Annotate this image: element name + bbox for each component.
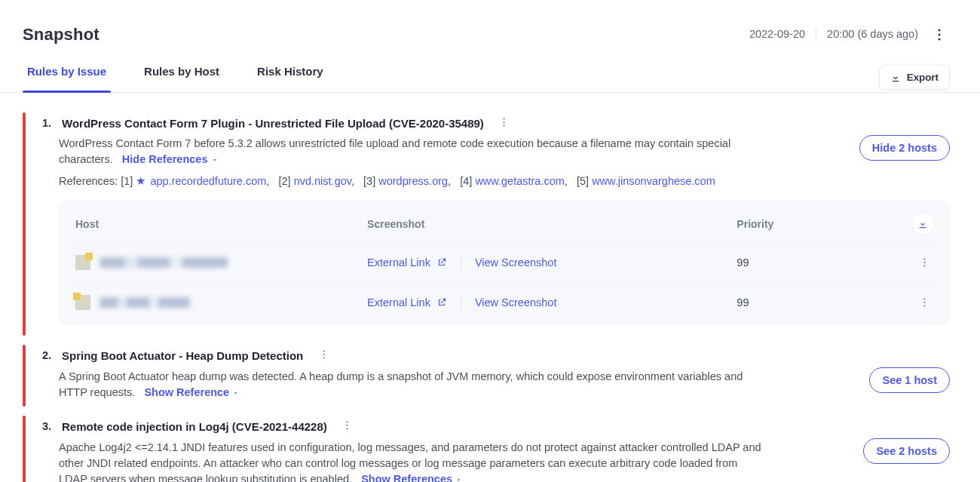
download-hosts-button[interactable] (912, 213, 933, 235)
svg-point-10 (923, 302, 925, 303)
issue-menu-button[interactable] (317, 348, 330, 361)
priority-value: 99 (737, 255, 873, 271)
star-icon: ★ (136, 175, 145, 187)
kebab-icon (503, 118, 505, 127)
issue-title: Remote code injection in Log4j (CVE-2021… (62, 419, 327, 435)
references-label: References: (59, 175, 118, 187)
host-favicon (75, 255, 90, 270)
ref-index: [2] (278, 175, 290, 187)
meta-divider (816, 28, 816, 41)
export-label: Export (907, 72, 939, 83)
tab-rules-by-host[interactable]: Rules by Host (139, 63, 224, 92)
external-link-icon (436, 297, 447, 308)
reference-link[interactable]: www.getastra.com (475, 175, 564, 187)
host-row: External Link View Screenshot 99 (69, 282, 939, 322)
chevron-down-icon (211, 152, 219, 168)
chevron-right-icon (455, 472, 463, 482)
toggle-hosts-button[interactable]: See 1 host (869, 367, 950, 393)
toggle-references[interactable]: Show Reference (144, 386, 240, 398)
ref-index: [3] (363, 175, 375, 187)
snapshot-time: 20:00 (827, 28, 854, 40)
download-icon (890, 72, 901, 83)
issue-number: 1. (42, 115, 56, 131)
ref-index: [5] (577, 175, 589, 187)
col-priority: Priority (737, 216, 873, 232)
issue-menu-button[interactable] (498, 115, 511, 129)
svg-point-15 (347, 422, 348, 423)
reference-link[interactable]: wordpress.org (378, 175, 448, 187)
svg-point-7 (923, 262, 925, 263)
svg-point-0 (938, 29, 940, 31)
ref-index: [4] (460, 175, 472, 187)
svg-point-2 (938, 38, 940, 40)
svg-point-12 (323, 351, 324, 352)
toggle-hosts-button[interactable]: See 2 hosts (863, 438, 950, 464)
kebab-icon (938, 29, 941, 41)
kebab-icon (346, 421, 348, 430)
external-link[interactable]: External Link (367, 295, 447, 311)
issue-item: 3. Remote code injection in Log4j (CVE-2… (23, 411, 950, 482)
cell-divider (461, 256, 461, 269)
snapshot-meta: 2022-09-20 20:00 (6 days ago) (749, 24, 950, 45)
kebab-icon (923, 258, 926, 267)
download-icon (917, 219, 928, 229)
snapshot-relative: (6 days ago) (857, 28, 918, 40)
issue-title: Spring Boot Actuator - Heap Dump Detecti… (62, 348, 303, 364)
tab-rules-by-issue[interactable]: Rules by Issue (23, 63, 111, 92)
references: References: [1] ★ app.recordedfuture.com… (42, 173, 846, 189)
issue-item: 1. WordPress Contact Form 7 Plugin - Unr… (23, 108, 950, 341)
external-link[interactable]: External Link (367, 255, 447, 271)
risk-indicator (23, 112, 26, 336)
issues-list: 1. WordPress Contact Form 7 Plugin - Unr… (0, 93, 980, 482)
host-row: External Link View Screenshot 99 (69, 242, 939, 282)
svg-point-13 (323, 354, 324, 355)
snapshot-date: 2022-09-20 (749, 26, 805, 42)
risk-indicator (23, 416, 26, 482)
row-menu-button[interactable] (915, 253, 933, 272)
issue-title: WordPress Contact Form 7 Plugin - Unrest… (62, 115, 484, 132)
chevron-right-icon (232, 385, 240, 401)
external-link-icon (436, 257, 447, 268)
svg-point-14 (323, 358, 324, 359)
header-menu-button[interactable] (929, 24, 950, 45)
issue-number: 2. (42, 348, 56, 364)
svg-point-3 (504, 118, 505, 119)
reference-link[interactable]: app.recordedfuture.com (150, 175, 266, 187)
ref-index: [1] (121, 175, 133, 187)
view-screenshot[interactable]: View Screenshot (475, 295, 557, 311)
toggle-hosts-button[interactable]: Hide 2 hosts (859, 135, 950, 161)
svg-point-4 (504, 121, 505, 123)
svg-point-11 (923, 305, 925, 307)
svg-point-5 (504, 124, 505, 126)
reference-link[interactable]: www.jinsonvarghese.com (592, 175, 715, 187)
tab-risk-history[interactable]: Risk History (253, 63, 328, 92)
host-favicon (75, 295, 90, 310)
host-name-redacted (100, 257, 228, 268)
reference-link[interactable]: nvd.nist.gov (294, 175, 351, 187)
kebab-icon (923, 298, 926, 307)
row-menu-button[interactable] (915, 293, 933, 312)
svg-point-8 (923, 266, 925, 267)
svg-point-9 (923, 299, 925, 300)
svg-point-6 (923, 259, 925, 260)
risk-indicator (23, 345, 26, 407)
priority-value: 99 (737, 295, 873, 311)
svg-point-17 (347, 428, 348, 430)
svg-point-16 (347, 425, 348, 426)
kebab-icon (323, 350, 325, 359)
hosts-card: Host Screenshot Priority External Link (59, 200, 950, 325)
svg-point-1 (938, 33, 940, 35)
view-screenshot[interactable]: View Screenshot (475, 255, 557, 271)
col-screenshot: Screenshot (367, 216, 737, 232)
toggle-references[interactable]: Show References (361, 473, 463, 482)
cell-divider (461, 296, 461, 309)
host-name-redacted (100, 297, 190, 308)
issue-item: 2. Spring Boot Actuator - Heap Dump Dete… (23, 340, 950, 411)
tabs: Rules by Issue Rules by Host Risk Histor… (23, 63, 328, 92)
export-button[interactable]: Export (879, 65, 950, 90)
page-title: Snapshot (23, 23, 100, 47)
issue-menu-button[interactable] (341, 419, 354, 432)
issue-number: 3. (42, 419, 56, 434)
col-host: Host (75, 216, 367, 232)
toggle-references[interactable]: Hide References (122, 153, 219, 165)
